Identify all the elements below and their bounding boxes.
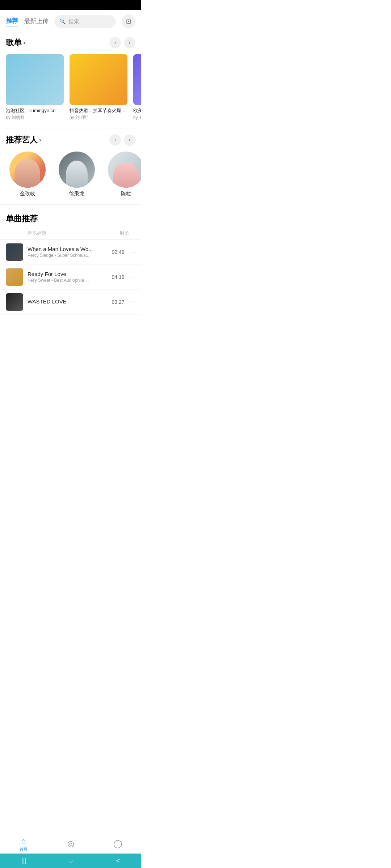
compass-icon: ◎ xyxy=(67,839,74,848)
android-home-button[interactable]: ○ xyxy=(69,857,73,865)
artist-section-header: 推荐艺人 › ‹ › xyxy=(0,130,141,149)
divider-1 xyxy=(0,128,141,128)
track-thumbnail-3 xyxy=(6,293,23,311)
artist-name-1: 金玟岐 xyxy=(6,191,49,197)
status-bar xyxy=(0,0,141,10)
tab-latest-upload[interactable]: 最新上传 xyxy=(24,17,49,26)
track-more-button-1[interactable]: ··· xyxy=(127,248,135,256)
monitor-button[interactable]: ⊡ xyxy=(122,14,135,28)
artist-name-3: 陈粒 xyxy=(104,191,141,197)
artist-nav-arrows: ‹ › xyxy=(109,134,135,146)
playlist-name-3: 欧美系｜歌荒患者必备良药 xyxy=(133,108,141,114)
playlist-section-header: 歌单 › ‹ › xyxy=(0,33,141,51)
playlist-by-1: by 刘明野 xyxy=(6,115,64,121)
bottom-nav-discover[interactable]: ◎ xyxy=(60,839,81,850)
bottom-nav-profile[interactable]: ◯ xyxy=(107,839,129,850)
list-item[interactable]: 泡泡社区：liumingye.cn by 刘明野 xyxy=(6,54,64,121)
artist-section-title[interactable]: 推荐艺人 › xyxy=(6,135,41,145)
table-row[interactable]: When a Man Loves a Wo... Percy Sledge - … xyxy=(0,240,141,265)
android-navigation-bar: ||| ○ < xyxy=(0,854,141,868)
artist-arrow: › xyxy=(39,137,41,143)
col-title-header: 音乐标题 xyxy=(6,230,114,237)
playlist-nav-arrows: ‹ › xyxy=(109,37,135,48)
track-name-3: WASTED LOVE xyxy=(28,298,109,305)
track-duration-2: 04:19 xyxy=(109,274,127,280)
list-item[interactable]: 金玟岐 xyxy=(6,152,49,197)
home-label: 首页 xyxy=(20,847,28,852)
artist-avatar-3 xyxy=(108,152,141,188)
artist-scroll-area: 金玟岐 徐秉龙 陈粒 xyxy=(0,149,141,203)
home-icon: ⌂ xyxy=(21,836,26,846)
track-artist-1: Percy Sledge - Super Schmus... xyxy=(28,253,109,258)
artist-next-button[interactable]: › xyxy=(124,134,135,146)
singles-section: 单曲推荐 音乐标题 时长 When a Man Loves a Wo... Pe… xyxy=(0,206,141,315)
list-item[interactable]: 徐秉龙 xyxy=(55,152,98,197)
track-info-3: WASTED LOVE xyxy=(28,298,109,305)
playlist-arrow: › xyxy=(23,39,25,46)
col-duration-header: 时长 xyxy=(114,230,135,237)
track-thumbnail-2 xyxy=(6,268,23,286)
profile-icon: ◯ xyxy=(113,839,122,848)
track-info-2: Ready For Love Kelly Sweet - Best Audiop… xyxy=(28,271,109,283)
singles-header: 单曲推荐 xyxy=(0,210,141,229)
tab-recommended[interactable]: 推荐 xyxy=(6,17,18,26)
playlist-by-2: by 刘明野 xyxy=(70,115,127,121)
bottom-navigation: ⌂ 首页 ◎ ◯ xyxy=(0,833,141,854)
artist-prev-button[interactable]: ‹ xyxy=(109,134,121,146)
search-bar[interactable]: 🔍 搜索 xyxy=(54,15,116,28)
list-item[interactable]: 欧美系｜歌荒患者必备良药 by 刘明野 xyxy=(133,54,141,121)
playlist-cover-2 xyxy=(70,54,127,105)
artist-avatar-2 xyxy=(59,152,95,188)
list-item[interactable]: 陈粒 xyxy=(104,152,141,197)
playlist-next-button[interactable]: › xyxy=(124,37,135,48)
track-thumbnail-1 xyxy=(6,243,23,261)
track-duration-1: 02:49 xyxy=(109,249,127,255)
singles-section-title: 单曲推荐 xyxy=(6,213,135,224)
playlist-by-3: by 刘明野 xyxy=(133,115,141,121)
search-icon: 🔍 xyxy=(59,18,66,24)
tracks-table-header: 音乐标题 时长 xyxy=(0,229,141,240)
android-recent-button[interactable]: ||| xyxy=(21,857,26,865)
playlist-cover-3 xyxy=(133,54,141,105)
track-artist-2: Kelly Sweet - Best Audiophile ... xyxy=(28,278,109,283)
track-more-button-3[interactable]: ··· xyxy=(127,298,135,306)
bottom-nav-home[interactable]: ⌂ 首页 xyxy=(13,836,34,852)
track-info-1: When a Man Loves a Wo... Percy Sledge - … xyxy=(28,246,109,258)
search-placeholder-text: 搜索 xyxy=(68,18,79,25)
monitor-icon: ⊡ xyxy=(126,18,131,25)
track-duration-3: 03:27 xyxy=(109,299,127,305)
top-navigation: 推荐 最新上传 🔍 搜索 ⊡ xyxy=(0,10,141,33)
track-name-1: When a Man Loves a Wo... xyxy=(28,246,109,252)
playlist-scroll-area: 泡泡社区：liumingye.cn by 刘明野 抖音热歌：抓耳节奏火爆... … xyxy=(0,51,141,127)
playlist-cover-1 xyxy=(6,54,64,105)
table-row[interactable]: WASTED LOVE 03:27 ··· xyxy=(0,290,141,315)
artist-avatar-1 xyxy=(9,152,46,188)
playlist-section-title[interactable]: 歌单 › xyxy=(6,37,25,48)
table-row[interactable]: Ready For Love Kelly Sweet - Best Audiop… xyxy=(0,265,141,290)
playlist-name-2: 抖音热歌：抓耳节奏火爆... xyxy=(70,108,127,114)
artist-name-2: 徐秉龙 xyxy=(55,191,98,197)
divider-2 xyxy=(0,204,141,205)
playlist-name-1: 泡泡社区：liumingye.cn xyxy=(6,108,64,114)
playlist-prev-button[interactable]: ‹ xyxy=(109,37,121,48)
track-more-button-2[interactable]: ··· xyxy=(127,273,135,281)
track-name-2: Ready For Love xyxy=(28,271,109,277)
android-back-button[interactable]: < xyxy=(116,857,120,865)
list-item[interactable]: 抖音热歌：抓耳节奏火爆... by 刘明野 xyxy=(70,54,127,121)
